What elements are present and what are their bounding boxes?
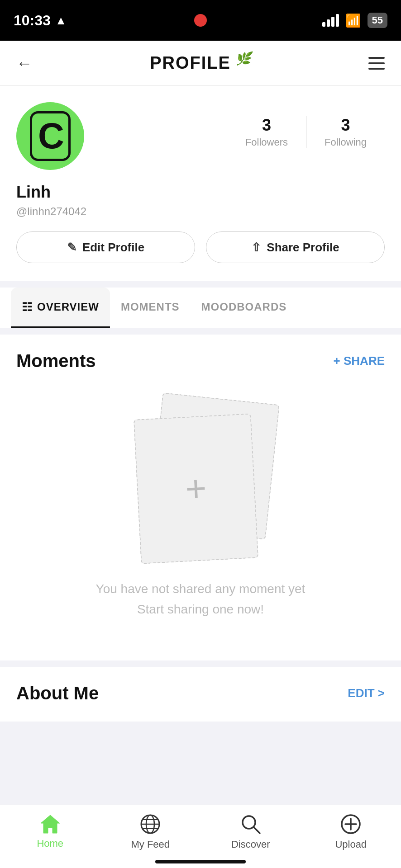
home-icon <box>39 813 62 834</box>
polaroid-front: + <box>134 413 258 564</box>
search-icon <box>240 813 262 835</box>
tab-overview[interactable]: ☷ OVERVIEW <box>11 288 110 328</box>
nav-upload[interactable]: Upload <box>324 813 378 850</box>
moments-empty-text: You have not shared any moment yet Start… <box>96 579 306 620</box>
polaroid-stack: + <box>128 398 273 561</box>
about-title: About Me <box>16 683 99 703</box>
share-icon: ⇧ <box>251 241 261 255</box>
header: ← PROFILE 🌿 <box>0 41 401 86</box>
tab-moodboards[interactable]: MOODBOARDS <box>191 288 298 328</box>
following-label: Following <box>325 137 367 148</box>
plus-circle-icon <box>340 813 362 835</box>
location-icon: ▲ <box>55 14 67 28</box>
moments-share-button[interactable]: + SHARE <box>334 354 385 368</box>
nav-home[interactable]: Home <box>23 813 77 849</box>
followers-stat[interactable]: 3 Followers <box>227 116 306 148</box>
moments-empty-state: + You have not shared any moment yet Sta… <box>16 385 385 642</box>
profile-actions: ✎ Edit Profile ⇧ Share Profile <box>16 231 385 263</box>
status-time: 10:33 ▲ <box>14 12 67 29</box>
moments-header: Moments + SHARE <box>16 351 385 371</box>
signal-icon <box>322 14 339 27</box>
wifi-icon: 📶 <box>345 13 361 28</box>
page-title: PROFILE <box>150 53 231 73</box>
home-indicator <box>155 860 246 863</box>
svg-line-6 <box>253 827 260 833</box>
crown-deco-icon: 🌿 <box>235 51 251 66</box>
followers-label: Followers <box>245 137 288 148</box>
about-header: About Me EDIT > <box>16 683 385 703</box>
profile-handle: @linhn274042 <box>16 205 385 218</box>
status-notch <box>137 5 264 36</box>
nav-myfeed-label: My Feed <box>131 839 170 850</box>
back-button[interactable]: ← <box>16 54 33 73</box>
status-icons: 📶 55 <box>322 13 387 28</box>
tabs-bar: ☷ OVERVIEW MOMENTS MOODBOARDS <box>0 288 401 328</box>
share-profile-button[interactable]: ⇧ Share Profile <box>206 231 385 263</box>
edit-icon: ✎ <box>67 241 77 255</box>
header-title-wrap: PROFILE 🌿 <box>150 53 251 73</box>
avatar-letter: C <box>30 111 71 161</box>
moments-section: Moments + SHARE + You have not shared an… <box>0 335 401 660</box>
bottom-nav: Home My Feed Discover Upload <box>0 805 401 868</box>
nav-home-label: Home <box>37 838 63 849</box>
nav-upload-label: Upload <box>335 839 367 850</box>
profile-top: C 3 Followers 3 Following <box>16 102 385 170</box>
globe-icon <box>139 813 161 835</box>
about-edit-button[interactable]: EDIT > <box>348 686 385 700</box>
camera-dot <box>194 14 207 27</box>
overview-icon: ☷ <box>22 300 33 314</box>
menu-button[interactable] <box>368 57 385 70</box>
nav-discover-label: Discover <box>231 839 270 850</box>
following-stat[interactable]: 3 Following <box>306 116 385 148</box>
profile-section: C 3 Followers 3 Following Linh @linhn274… <box>0 86 401 281</box>
profile-name: Linh <box>16 183 385 202</box>
following-count: 3 <box>325 116 367 135</box>
add-moment-icon: + <box>184 467 207 510</box>
edit-profile-button[interactable]: ✎ Edit Profile <box>16 231 195 263</box>
status-bar: 10:33 ▲ 📶 55 <box>0 0 401 41</box>
battery-icon: 55 <box>368 13 387 28</box>
follow-stats: 3 Followers 3 Following <box>227 116 385 148</box>
avatar: C <box>16 102 84 170</box>
tab-moments[interactable]: MOMENTS <box>110 288 191 328</box>
followers-count: 3 <box>245 116 288 135</box>
moments-title: Moments <box>16 351 96 371</box>
about-section: About Me EDIT > <box>0 667 401 722</box>
nav-myfeed[interactable]: My Feed <box>123 813 177 850</box>
nav-discover[interactable]: Discover <box>224 813 278 850</box>
